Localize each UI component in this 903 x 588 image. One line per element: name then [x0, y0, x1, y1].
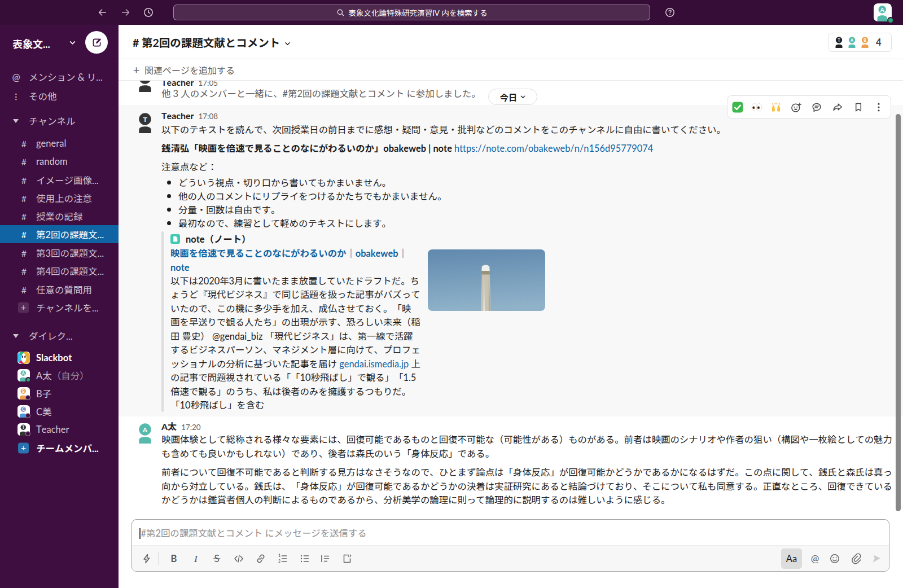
- svg-text:A: A: [850, 38, 853, 42]
- svg-text:C: C: [22, 407, 25, 411]
- svg-text:A: A: [880, 6, 884, 13]
- svg-text:B: B: [22, 389, 25, 393]
- svg-text:A: A: [142, 425, 148, 434]
- svg-text:A: A: [21, 371, 25, 375]
- svg-text:B: B: [863, 38, 866, 42]
- svg-text:1: 1: [278, 554, 280, 558]
- svg-text:T: T: [143, 115, 147, 124]
- svg-text:2: 2: [278, 559, 280, 563]
